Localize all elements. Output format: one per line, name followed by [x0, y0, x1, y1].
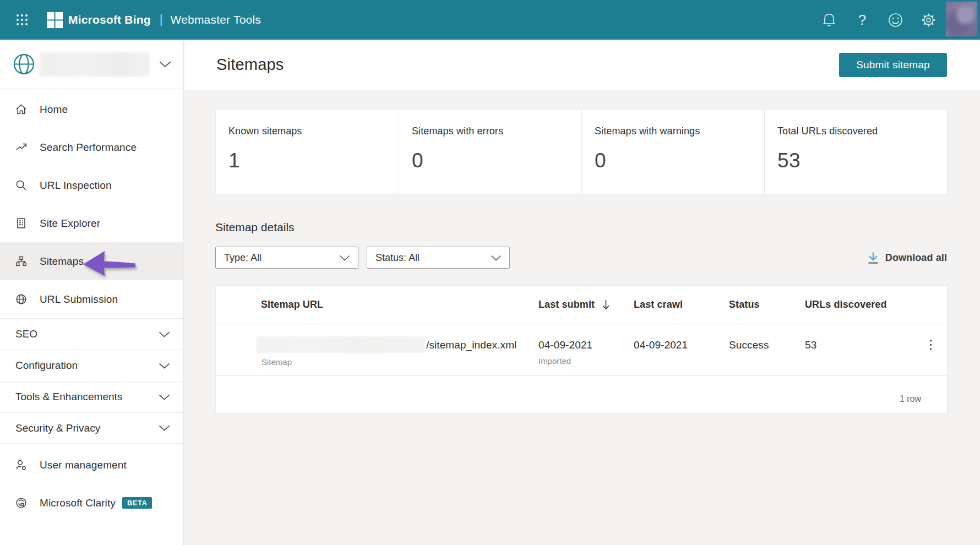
content-area: Known sitemaps 1 Sitemaps with errors 0 …	[184, 90, 980, 414]
sitemaps-table: Sitemap URL Last submit Last crawl Sta	[215, 285, 948, 414]
brand[interactable]: Microsoft Bing | Webmaster Tools	[47, 12, 261, 28]
page-title: Sitemaps	[216, 56, 284, 74]
column-header-last-crawl[interactable]: Last crawl	[634, 299, 729, 310]
chevron-down-icon	[491, 255, 502, 261]
brand-separator: |	[160, 12, 163, 26]
stat-value: 53	[777, 149, 936, 172]
stat-value: 0	[595, 149, 753, 172]
waffle-menu-icon[interactable]	[16, 14, 28, 26]
beta-badge: BETA	[122, 497, 152, 509]
table-footer: 1 row	[216, 376, 947, 413]
help-button[interactable]: ?	[846, 0, 879, 40]
download-all-button[interactable]: Download all	[867, 252, 947, 264]
url-suffix: /sitemap_index.xml	[426, 339, 516, 351]
sidebar-item-label: Microsoft Clarity	[40, 497, 116, 509]
site-selector[interactable]	[0, 40, 183, 89]
brand-name: Microsoft Bing	[68, 13, 151, 26]
main-content: Sitemaps Submit sitemap Known sitemaps 1…	[184, 40, 980, 545]
table-row[interactable]: /sitemap_index.xml Sitemap 04-09-2021 Im…	[216, 324, 947, 376]
sidebar-item-label: Search Performance	[40, 141, 137, 154]
user-icon	[15, 459, 27, 471]
stat-sitemaps-with-warnings: Sitemaps with warnings 0	[581, 110, 764, 194]
sidebar-nav: Home Search Performance URL Inspection	[0, 89, 183, 318]
sidebar-item-label: Home	[40, 103, 68, 116]
top-app-bar: Microsoft Bing | Webmaster Tools ?	[0, 0, 980, 40]
chevron-down-icon	[159, 331, 170, 337]
trending-up-icon	[15, 141, 27, 153]
url-type-label: Sitemap	[262, 357, 538, 367]
stats-card: Known sitemaps 1 Sitemaps with errors 0 …	[215, 109, 948, 195]
cell-status: Success	[729, 324, 805, 351]
column-header-sitemap-url[interactable]: Sitemap URL	[261, 299, 538, 310]
globe-icon	[13, 53, 35, 75]
chevron-down-icon	[339, 255, 350, 261]
sidebar-item-site-explorer[interactable]: Site Explorer	[0, 204, 183, 242]
last-submit-note: Imported	[538, 356, 634, 366]
gear-icon	[921, 13, 936, 28]
microsoft-logo-icon	[47, 12, 63, 28]
sidebar-item-home[interactable]: Home	[0, 90, 183, 128]
magnifier-icon	[15, 179, 27, 191]
sidebar-item-label: URL Submission	[40, 293, 118, 306]
vertical-ellipsis-icon	[929, 339, 932, 351]
stat-label: Sitemaps with errors	[412, 126, 570, 137]
section-label: SEO	[15, 328, 37, 340]
stat-label: Known sitemaps	[228, 126, 388, 137]
globe-icon	[15, 293, 27, 305]
sitemap-hierarchy-icon	[15, 255, 27, 267]
download-icon	[867, 252, 879, 264]
cell-last-submit: 04-09-2021 Imported	[538, 324, 634, 366]
sidebar-item-url-submission[interactable]: URL Submission	[0, 280, 183, 318]
brand-product: Webmaster Tools	[171, 13, 261, 26]
sidebar-section-configuration[interactable]: Configuration	[0, 350, 183, 381]
chevron-down-icon	[159, 61, 171, 68]
row-actions-menu[interactable]	[929, 324, 932, 351]
stat-label: Total URLs discovered	[777, 126, 936, 137]
notifications-button[interactable]	[813, 0, 846, 40]
url-redacted	[257, 336, 425, 353]
sidebar-item-microsoft-clarity[interactable]: Microsoft Clarity BETA	[0, 484, 183, 522]
site-name-redacted	[40, 52, 150, 77]
section-label: Security & Privacy	[15, 422, 100, 434]
status-filter-dropdown[interactable]: Status: All	[367, 247, 510, 269]
sidebar-section-seo[interactable]: SEO	[0, 318, 183, 350]
row-count: 1 row	[900, 394, 921, 404]
sidebar: Home Search Performance URL Inspection	[0, 40, 184, 545]
sidebar-item-label: Sitemaps	[40, 255, 84, 268]
bell-icon	[823, 13, 836, 27]
section-label: Tools & Enhancements	[15, 391, 122, 403]
sidebar-item-label: Site Explorer	[40, 217, 100, 230]
type-filter-value: Type: All	[224, 252, 262, 264]
sidebar-item-user-management[interactable]: User management	[0, 446, 183, 484]
sidebar-item-url-inspection[interactable]: URL Inspection	[0, 166, 183, 204]
section-label: Configuration	[15, 359, 78, 372]
column-header-urls-discovered[interactable]: URLs discovered	[805, 299, 929, 310]
sidebar-section-security-privacy[interactable]: Security & Privacy	[0, 412, 183, 444]
submit-sitemap-button[interactable]: Submit sitemap	[839, 53, 947, 77]
avatar[interactable]	[946, 2, 977, 36]
sidebar-section-tools-enhancements[interactable]: Tools & Enhancements	[0, 381, 183, 412]
chevron-down-icon	[159, 425, 170, 431]
sidebar-item-sitemaps[interactable]: Sitemaps	[0, 242, 183, 280]
help-icon: ?	[858, 12, 866, 29]
status-filter-value: Status: All	[375, 252, 420, 264]
stat-value: 1	[228, 149, 388, 172]
table-header-row: Sitemap URL Last submit Last crawl Sta	[216, 286, 947, 324]
feedback-button[interactable]	[879, 0, 912, 40]
home-icon	[15, 103, 27, 115]
column-header-last-submit[interactable]: Last submit	[538, 299, 634, 310]
column-header-status[interactable]: Status	[729, 299, 805, 310]
cell-sitemap-url: /sitemap_index.xml Sitemap	[257, 324, 538, 367]
stat-known-sitemaps: Known sitemaps 1	[216, 110, 399, 194]
settings-button[interactable]	[912, 0, 945, 40]
sidebar-item-search-performance[interactable]: Search Performance	[0, 128, 183, 166]
download-all-label: Download all	[885, 252, 947, 264]
smiley-icon	[888, 13, 903, 28]
clarity-logo-icon	[15, 497, 27, 509]
page-header: Sitemaps Submit sitemap	[184, 40, 980, 90]
sidebar-item-label: URL Inspection	[40, 179, 112, 192]
sidebar-footer: User management Microsoft Clarity BETA	[0, 446, 183, 522]
stat-value: 0	[412, 149, 570, 172]
type-filter-dropdown[interactable]: Type: All	[215, 247, 358, 269]
cell-last-crawl: 04-09-2021	[634, 324, 729, 351]
